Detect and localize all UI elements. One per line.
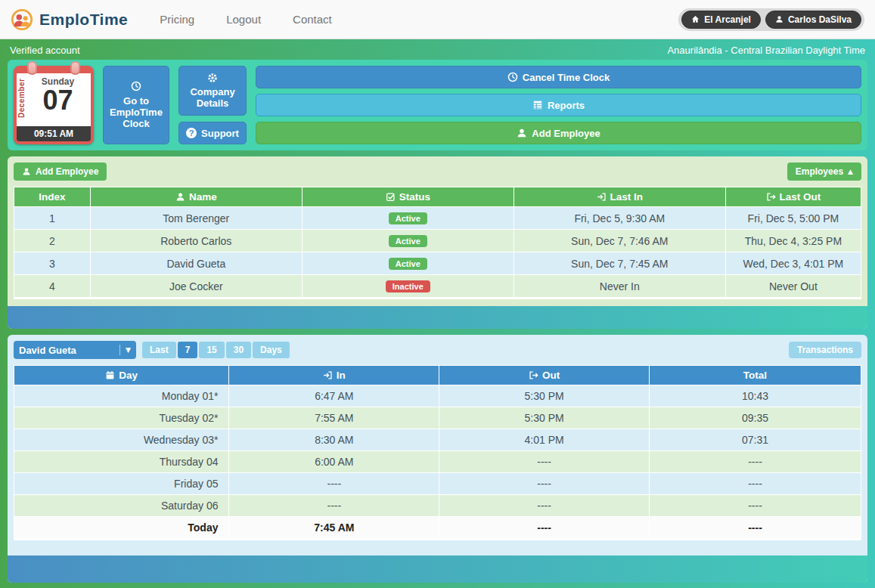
- add-employee-wide-button[interactable]: Add Employee: [256, 122, 861, 144]
- app-logo[interactable]: EmploTime: [11, 8, 128, 31]
- go-to-clock-label: Go to EmploTime Clock: [108, 95, 164, 129]
- column-header-status: Status: [302, 187, 514, 207]
- total-cell: ----: [649, 517, 861, 540]
- verified-account-label: Verified account: [10, 45, 80, 56]
- in-cell: 6:00 AM: [229, 451, 439, 473]
- reports-label: Reports: [548, 100, 585, 111]
- nav-pricing[interactable]: Pricing: [160, 13, 194, 26]
- nav-contact[interactable]: Contact: [293, 13, 332, 26]
- calendar-ring: [27, 61, 37, 75]
- support-button[interactable]: ? Support: [178, 122, 247, 144]
- employees-collapse-button[interactable]: Employees ▲: [787, 162, 861, 181]
- transaction-row: Friday 05 ---- ---- ----: [14, 473, 861, 495]
- last-out-cell: Thu, Dec 4, 3:25 PM: [725, 230, 861, 252]
- caret-up-icon: ▲: [848, 169, 853, 175]
- employee-row[interactable]: 3 David Gueta Active Sun, Dec 7, 7:45 AM…: [14, 252, 861, 275]
- status-badge: Inactive: [386, 280, 430, 292]
- top-navbar: EmploTime Pricing Logout Contact El Arca…: [0, 0, 875, 39]
- clock-actions-panel: December Sunday 07 09:51 AM Go to EmploT…: [8, 60, 867, 150]
- add-employee-button[interactable]: Add Employee: [14, 162, 107, 181]
- name-cell: Joe Cocker: [90, 275, 302, 299]
- status-cell: Active: [302, 207, 514, 230]
- question-icon: ?: [186, 128, 197, 138]
- range-days-label[interactable]: Days: [253, 342, 290, 358]
- range-filter-group: Last 7 15 30 Days: [142, 342, 290, 358]
- out-cell: 5:30 PM: [439, 385, 650, 407]
- total-cell: ----: [649, 495, 861, 517]
- status-badge: Active: [389, 235, 427, 247]
- last-out-cell: Never Out: [725, 275, 861, 299]
- index-cell: 1: [14, 207, 91, 230]
- employee-row[interactable]: 2 Roberto Carlos Active Sun, Dec 7, 7:46…: [14, 230, 861, 252]
- column-header-in: In: [229, 366, 439, 385]
- calendar-day-number: 07: [17, 87, 91, 114]
- transaction-row: Wednesday 03* 8:30 AM 4:01 PM 07:31: [14, 429, 861, 451]
- transactions-controls: David Gueta ▼ Last 7 15 30 Days Transact…: [14, 341, 861, 359]
- out-cell: 4:01 PM: [439, 429, 650, 451]
- day-cell: Thursday 04: [14, 451, 229, 473]
- in-cell: 8:30 AM: [229, 429, 439, 451]
- go-to-clock-button[interactable]: Go to EmploTime Clock: [103, 66, 169, 144]
- transaction-row: Saturday 06 ---- ---- ----: [14, 495, 861, 517]
- last-out-cell: Wed, Dec 3, 4:01 PM: [725, 252, 861, 275]
- transactions-header-row: Day In Out Total: [14, 366, 861, 385]
- out-cell: ----: [439, 451, 650, 473]
- account-area: El Arcanjel Carlos DaSilva: [678, 8, 864, 31]
- status-badge: Active: [389, 212, 427, 224]
- calendar-current-time: 09:51 AM: [17, 126, 91, 141]
- total-cell: ----: [649, 473, 861, 495]
- index-cell: 4: [14, 275, 91, 299]
- clock-icon: [131, 81, 141, 91]
- last-in-cell: Sun, Dec 7, 7:46 AM: [514, 230, 725, 252]
- add-employee-wide-label: Add Employee: [532, 128, 600, 139]
- total-cell: ----: [649, 451, 861, 473]
- employees-header-row: Index Name Status Last In Last Out: [14, 187, 861, 207]
- employee-select[interactable]: David Gueta ▼: [14, 341, 136, 359]
- panel-footer-gradient: [8, 556, 867, 583]
- app-title: EmploTime: [39, 11, 128, 29]
- out-cell: ----: [439, 517, 650, 540]
- range-15-button[interactable]: 15: [199, 342, 224, 358]
- user-account-label: Carlos DaSilva: [788, 14, 852, 25]
- status-bar: Verified account Anaurilândia - Central …: [8, 42, 867, 57]
- nav-logout[interactable]: Logout: [226, 13, 261, 26]
- range-7-button[interactable]: 7: [178, 342, 198, 358]
- user-account-button[interactable]: Carlos DaSilva: [765, 11, 861, 29]
- day-cell: Friday 05: [14, 473, 229, 495]
- out-cell: 5:30 PM: [439, 407, 650, 429]
- out-cell: ----: [439, 495, 650, 517]
- employee-row[interactable]: 1 Tom Berenger Active Fri, Dec 5, 9:30 A…: [14, 207, 861, 230]
- user-icon: [775, 15, 783, 23]
- range-30-button[interactable]: 30: [226, 342, 251, 358]
- last-in-cell: Never In: [514, 275, 725, 299]
- column-header-total: Total: [649, 366, 861, 385]
- last-in-cell: Sun, Dec 7, 7:45 AM: [514, 252, 725, 275]
- home-icon: [691, 15, 700, 23]
- range-last-label[interactable]: Last: [142, 342, 176, 358]
- column-header-last-out: Last Out: [725, 187, 861, 207]
- status-cell: Inactive: [302, 275, 514, 299]
- report-table-icon: [532, 100, 543, 110]
- status-badge: Active: [389, 258, 427, 270]
- index-cell: 3: [14, 252, 91, 275]
- checkbox-check-icon: [386, 192, 396, 202]
- transactions-toggle-button[interactable]: Transactions: [789, 342, 861, 358]
- day-cell: Monday 01*: [14, 385, 229, 407]
- employees-table: Index Name Status Last In Last Out 1 Tom…: [14, 187, 861, 299]
- panel-footer-gradient: [8, 306, 867, 329]
- company-account-button[interactable]: El Arcanjel: [681, 11, 761, 29]
- day-cell: Today: [14, 517, 229, 540]
- employee-row[interactable]: 4 Joe Cocker Inactive Never In Never Out: [14, 275, 861, 299]
- day-cell: Wednesday 03*: [14, 429, 229, 451]
- cancel-time-clock-button[interactable]: Cancel Time Clock: [256, 66, 861, 88]
- main-nav: Pricing Logout Contact: [160, 13, 331, 26]
- company-account-label: El Arcanjel: [704, 14, 751, 25]
- user-icon: [175, 192, 185, 202]
- employee-select-value: David Gueta: [19, 345, 76, 356]
- column-header-out: Out: [439, 366, 650, 385]
- support-label: Support: [201, 128, 239, 139]
- company-details-button[interactable]: Company Details: [178, 66, 247, 116]
- clock-icon: [507, 72, 518, 82]
- reports-button[interactable]: Reports: [256, 94, 861, 116]
- transaction-row: Tuesday 02* 7:55 AM 5:30 PM 09:35: [14, 407, 861, 429]
